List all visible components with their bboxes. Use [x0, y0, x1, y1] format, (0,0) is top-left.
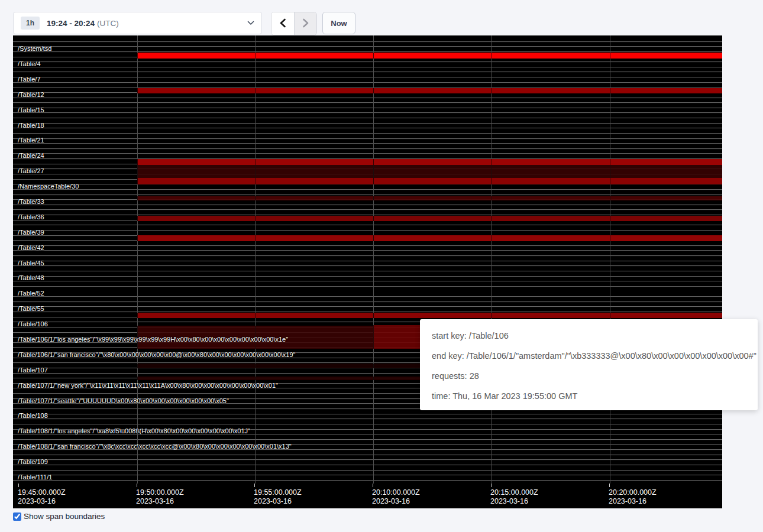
- heat-band[interactable]: [137, 216, 722, 221]
- time-nav-group: [271, 12, 317, 35]
- tooltip-line: time: Thu, 16 Mar 2023 19:55:00 GMT: [432, 386, 746, 406]
- column-gridline: [137, 35, 138, 484]
- column-gridline: [610, 35, 610, 484]
- time-range-text: 19:24 - 20:24: [47, 19, 95, 28]
- chevron-right-icon: [302, 18, 310, 30]
- show-span-boundaries-label: Show span boundaries: [24, 512, 105, 521]
- span-label: /Table/107: [18, 366, 48, 374]
- x-axis-label: 20:20:00.000Z2023-03-16: [609, 488, 657, 506]
- span-label: /Table/108: [18, 412, 48, 419]
- tooltip-line: requests: 28: [432, 366, 746, 386]
- toolbar: 1h 19:24 - 20:24 (UTC) Now: [0, 0, 763, 35]
- x-axis-label: 20:10:00.000Z2023-03-16: [372, 488, 420, 506]
- span-label: /Table/33: [18, 198, 44, 205]
- key-visualizer-heatmap[interactable]: /System/tsd/Table/4/Table/7/Table/12/Tab…: [13, 35, 722, 508]
- span-label: /Table/21: [18, 137, 44, 144]
- span-label: /Table/107/1/"new york"/"\x11\x11\x11\x1…: [18, 382, 278, 389]
- x-axis: 19:45:00.000Z2023-03-1619:50:00.000Z2023…: [13, 484, 722, 508]
- x-axis-tick-mark: [491, 484, 492, 487]
- now-button[interactable]: Now: [322, 12, 355, 34]
- show-span-boundaries-checkbox[interactable]: [13, 512, 21, 521]
- span-label: /Table/109: [18, 458, 48, 465]
- column-gridline: [492, 35, 492, 484]
- x-axis-tick-mark: [609, 484, 610, 487]
- span-label: /Table/106/1/"los angeles"/"\x99\x99\x99…: [18, 336, 288, 343]
- x-axis-label: 19:45:00.000Z2023-03-16: [18, 488, 66, 506]
- x-axis-time: 20:15:00.000Z: [490, 488, 538, 497]
- x-axis-date: 2023-03-16: [490, 497, 538, 506]
- x-axis-label: 19:55:00.000Z2023-03-16: [254, 488, 302, 506]
- span-label: /NamespaceTable/30: [18, 183, 79, 190]
- heat-band[interactable]: [137, 313, 722, 318]
- span-label: /Table/24: [18, 152, 44, 159]
- x-axis-time: 20:10:00.000Z: [372, 488, 420, 497]
- span-label: /Table/106: [18, 320, 48, 327]
- time-range-dropdown[interactable]: 1h 19:24 - 20:24 (UTC): [13, 12, 262, 34]
- heatmap-chart-area[interactable]: /System/tsd/Table/4/Table/7/Table/12/Tab…: [13, 35, 722, 484]
- span-label: /Table/15: [18, 106, 44, 113]
- span-label: /Table/55: [18, 305, 44, 312]
- x-axis-time: 20:20:00.000Z: [609, 488, 657, 497]
- span-label: /Table/48: [18, 274, 44, 281]
- x-axis-time: 19:45:00.000Z: [18, 488, 66, 497]
- chevron-left-icon: [279, 18, 287, 30]
- x-axis-tick-mark: [137, 484, 137, 487]
- span-label: /Table/12: [18, 91, 44, 98]
- span-label: /Table/7: [18, 76, 41, 83]
- x-axis-time: 19:50:00.000Z: [136, 488, 184, 497]
- span-label: /Table/108/1/"san francisco"/"\x8c\xcc\x…: [18, 443, 292, 450]
- span-label: /Table/27: [18, 167, 44, 174]
- tooltip-line: end key: /Table/106/1/"amsterdam"/"\xb33…: [432, 346, 746, 366]
- x-axis-date: 2023-03-16: [136, 497, 184, 506]
- next-range-button[interactable]: [294, 12, 316, 35]
- span-label: /Table/39: [18, 229, 44, 236]
- x-axis-date: 2023-03-16: [372, 497, 420, 506]
- x-axis-date: 2023-03-16: [609, 497, 657, 506]
- column-gridline: [255, 35, 256, 484]
- span-label: /Table/111/1: [18, 473, 52, 481]
- heat-band[interactable]: [137, 196, 722, 200]
- x-axis-label: 19:50:00.000Z2023-03-16: [136, 488, 184, 506]
- x-axis-tick-mark: [373, 484, 373, 487]
- span-label: /Table/52: [18, 290, 44, 297]
- tooltip-line: start key: /Table/106: [432, 326, 746, 346]
- heat-band[interactable]: [137, 53, 722, 59]
- span-label: /Table/42: [18, 244, 44, 251]
- span-label: /System/tsd: [18, 45, 51, 52]
- heat-band[interactable]: [137, 165, 722, 178]
- x-axis-date: 2023-03-16: [18, 497, 66, 506]
- x-axis-date: 2023-03-16: [254, 497, 302, 506]
- heat-band[interactable]: [137, 178, 722, 184]
- x-axis-label: 20:15:00.000Z2023-03-16: [490, 488, 538, 506]
- time-range-preset-badge: 1h: [21, 17, 40, 30]
- span-label: /Table/36: [18, 213, 44, 220]
- time-range-zone: (UTC): [97, 19, 119, 28]
- column-gridline: [373, 35, 374, 484]
- span-label: /Table/18: [18, 122, 44, 129]
- span-label: /Table/106/1/"san francisco"/"\x80\x00\x…: [18, 351, 296, 358]
- x-axis-tick-mark: [18, 484, 19, 487]
- span-tooltip: start key: /Table/106end key: /Table/106…: [420, 319, 758, 410]
- show-span-boundaries-control[interactable]: Show span boundaries: [13, 512, 105, 521]
- x-axis-time: 19:55:00.000Z: [254, 488, 302, 497]
- span-label: /Table/45: [18, 259, 44, 267]
- prev-range-button[interactable]: [271, 12, 294, 35]
- heat-band[interactable]: [137, 88, 722, 93]
- span-label: /Table/108/1/"los angeles"/"\xa8\xf5\u00…: [18, 427, 250, 434]
- x-axis-tick-mark: [254, 484, 255, 487]
- heat-band[interactable]: [137, 235, 722, 241]
- chevron-down-icon: [247, 21, 254, 25]
- heat-band[interactable]: [137, 159, 722, 165]
- span-label: /Table/107/1/"seattle"/"UUUUUUD\x00\x80\…: [18, 397, 229, 404]
- span-label: /Table/4: [18, 60, 41, 67]
